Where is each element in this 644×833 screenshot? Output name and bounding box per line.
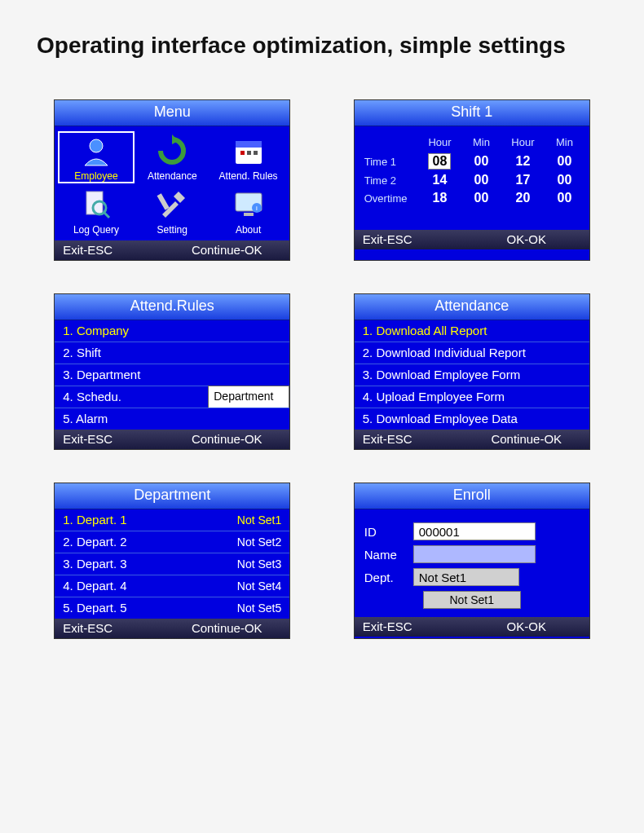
list-item-label: 1. Download All Report <box>363 324 487 337</box>
footer-exit[interactable]: Exit-ESC <box>363 432 472 446</box>
screen-menu: Menu EmployeeAttendanceAttend. RulesLog … <box>54 99 290 261</box>
menu-label: Setting <box>157 224 187 236</box>
footer-exit[interactable]: Exit-ESC <box>363 232 472 246</box>
svg-rect-5 <box>247 151 251 155</box>
footer-exit[interactable]: Exit-ESC <box>63 432 172 446</box>
menu-item-about[interactable]: iAbout <box>210 185 286 237</box>
svg-line-9 <box>104 213 109 218</box>
list-item-label: 2. Shift <box>63 346 101 359</box>
shift-cell[interactable]: 00 <box>546 171 583 189</box>
footer-exit[interactable]: Exit-ESC <box>63 243 172 257</box>
screens-grid: Menu EmployeeAttendanceAttend. RulesLog … <box>37 99 607 639</box>
shift-row-label: Time 2 <box>361 171 417 189</box>
shift-title: Shift 1 <box>355 100 589 126</box>
list-item-value: Not Set1 <box>237 513 281 527</box>
svg-rect-3 <box>236 141 262 148</box>
shift-footer: Exit-ESC OK-OK <box>355 230 589 249</box>
shift-cell[interactable]: 00 <box>463 171 500 189</box>
shift-cell[interactable]: 14 <box>417 171 463 189</box>
menu-label: Attend. Rules <box>219 170 278 182</box>
dept-field[interactable]: Not Set1 <box>413 568 519 586</box>
footer-continue[interactable]: Continue-OK <box>172 621 281 635</box>
list-item[interactable]: 5. Depart. 5Not Set5 <box>55 597 289 619</box>
shift-row-label: Overtime <box>361 189 417 207</box>
id-field[interactable]: 000001 <box>413 522 536 540</box>
id-label: ID <box>364 525 413 539</box>
footer-continue[interactable]: Continue-OK <box>472 432 581 446</box>
list-item[interactable]: 3. Depart. 3Not Set3 <box>55 553 289 575</box>
footer-ok[interactable]: OK-OK <box>472 232 581 246</box>
menu-item-attend-rules[interactable]: Attend. Rules <box>210 131 286 183</box>
footer-continue[interactable]: Continue-OK <box>172 243 281 257</box>
list-item-label: 5. Download Employee Data <box>363 412 518 425</box>
shift-cell[interactable]: 12 <box>500 152 546 171</box>
shift-cell[interactable]: 00 <box>546 189 583 207</box>
shift-cell[interactable]: 00 <box>463 152 500 171</box>
list-item[interactable]: 1. Depart. 1Not Set1 <box>55 509 289 531</box>
shift-cell[interactable]: 08 <box>417 152 463 171</box>
list-item[interactable]: 4. Upload Employee Form <box>355 386 589 408</box>
col-hour: Hour <box>417 133 463 152</box>
col-min: Min <box>546 133 583 152</box>
menu-item-log-query[interactable]: Log Query <box>58 185 134 237</box>
shift-cell[interactable]: 20 <box>500 189 546 207</box>
menu-label: Attendance <box>148 170 197 182</box>
list-item[interactable]: 4. Depart. 4Not Set4 <box>55 575 289 597</box>
footer-continue[interactable]: Continue-OK <box>172 432 281 446</box>
list-item[interactable]: 3. Download Employee Form <box>355 364 589 386</box>
list-item[interactable]: 2. Depart. 2Not Set2 <box>55 531 289 553</box>
name-field[interactable] <box>413 545 536 563</box>
dept-label: Dept. <box>364 571 413 584</box>
list-item-label: 4. Schedu. <box>63 390 121 403</box>
tools-icon <box>154 187 190 223</box>
svg-rect-4 <box>240 151 245 155</box>
shift-cell[interactable]: 00 <box>546 152 583 171</box>
list-item-value: Not Set4 <box>237 580 281 593</box>
shift-cell[interactable]: 00 <box>463 189 500 207</box>
menu-label: About <box>236 224 261 236</box>
list-item[interactable]: 4. Schedu.Department <box>55 386 289 408</box>
list-item-label: 2. Download Individual Report <box>363 346 526 359</box>
menu-footer: Exit-ESC Continue-OK <box>55 240 289 260</box>
shift-cell[interactable]: 17 <box>500 171 546 189</box>
menu-item-setting[interactable]: Setting <box>135 185 210 237</box>
footer-exit[interactable]: Exit-ESC <box>63 621 172 635</box>
footer-exit[interactable]: Exit-ESC <box>363 619 472 633</box>
department-title: Department <box>55 483 289 509</box>
list-item-label: 4. Upload Employee Form <box>363 390 505 403</box>
menu-label: Employee <box>74 170 117 182</box>
col-min: Min <box>463 133 500 152</box>
list-item[interactable]: 2. Shift <box>55 342 289 364</box>
page-title: Operating interface optimization, simple… <box>37 33 607 59</box>
calendar-icon <box>231 133 267 169</box>
shift-row[interactable]: Time 214001700 <box>361 171 583 189</box>
list-item[interactable]: 3. Department <box>55 364 289 386</box>
search-doc-icon <box>78 187 114 223</box>
menu-item-employee[interactable]: Employee <box>58 131 134 183</box>
screen-attend-rules: Attend.Rules 1. Company2. Shift3. Depart… <box>54 293 290 450</box>
screen-department: Department 1. Depart. 1Not Set12. Depart… <box>54 483 290 639</box>
list-item-label: 5. Alarm <box>63 412 108 425</box>
list-item[interactable]: 5. Download Employee Data <box>355 408 589 430</box>
list-item[interactable]: 1. Download All Report <box>355 320 589 342</box>
menu-title: Menu <box>55 100 289 126</box>
screen-enroll: Enroll ID 000001 Name Dept. Not Set1 Not… <box>354 483 590 639</box>
footer-ok[interactable]: OK-OK <box>472 619 581 633</box>
list-item[interactable]: 2. Download Individual Report <box>355 342 589 364</box>
svg-rect-6 <box>254 151 258 155</box>
list-item-label: 3. Download Employee Form <box>363 368 520 381</box>
screen-attendance: Attendance 1. Download All Report2. Down… <box>354 293 590 450</box>
shift-cell[interactable]: 18 <box>417 189 463 207</box>
enroll-title: Enroll <box>355 483 589 509</box>
list-item[interactable]: 5. Alarm <box>55 408 289 430</box>
shift-row[interactable]: Overtime18002000 <box>361 189 583 207</box>
menu-item-attendance[interactable]: Attendance <box>135 131 210 183</box>
list-item[interactable]: 1. Company <box>55 320 289 342</box>
enroll-button[interactable]: Not Set1 <box>423 591 521 609</box>
list-item-value: Not Set3 <box>237 558 281 571</box>
svg-rect-12 <box>244 213 254 216</box>
attendance-title: Attendance <box>355 294 589 320</box>
list-item-label: 3. Depart. 3 <box>63 557 126 571</box>
shift-row[interactable]: Time 108001200 <box>361 152 583 171</box>
monitor-icon: i <box>231 187 267 223</box>
